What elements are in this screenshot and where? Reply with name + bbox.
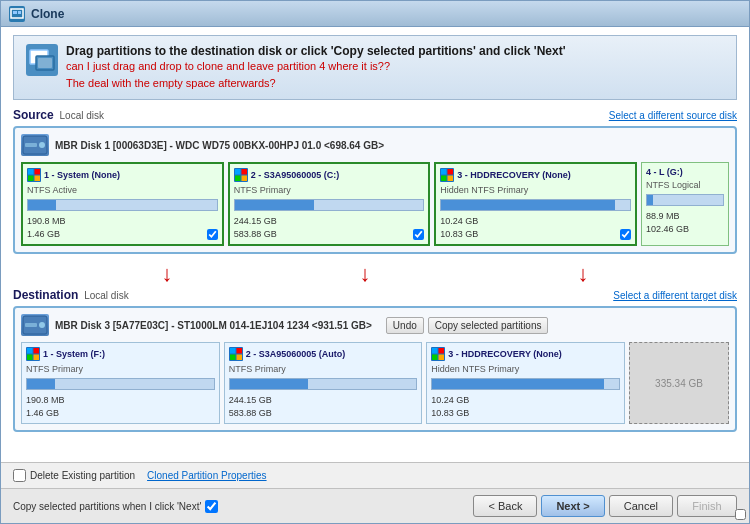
delete-partition-label[interactable]: Delete Existing partition (13, 469, 135, 482)
p1-checkbox[interactable] (207, 229, 218, 240)
svg-rect-16 (241, 176, 247, 182)
footer-note: Copy selected partitions when I click 'N… (13, 500, 218, 513)
comment-line2: The deal with the empty space afterwards… (66, 75, 566, 92)
source-partition-2[interactable]: 2 - S3A95060005 (C:) NTFS Primary 244.15… (228, 162, 431, 246)
next-button[interactable]: Next > (541, 495, 604, 517)
source-disk-icon (21, 134, 49, 156)
arrow-3: ↓ (578, 263, 589, 285)
p2-type: NTFS Primary (234, 185, 425, 195)
copy-note-checkbox[interactable] (205, 500, 218, 513)
svg-rect-23 (25, 323, 37, 327)
select-dest-link[interactable]: Select a different target disk (613, 290, 737, 301)
d2-bar (230, 379, 308, 389)
bottom-toolbar: Delete Existing partition Cloned Partiti… (1, 462, 749, 488)
p3-name: 3 - HDDRECOVERY (None) (457, 170, 571, 180)
p4-header: 4 - L (G:) (646, 167, 724, 177)
p4-bar (647, 195, 653, 205)
finish-button[interactable]: Finish (677, 495, 737, 517)
header-section: Drag partitions to the destination disk … (13, 35, 737, 100)
d3-os-icon (431, 347, 445, 361)
copy-selected-button[interactable]: Copy selected partitions (428, 317, 549, 334)
source-header: Source Local disk Select a different sou… (13, 108, 737, 122)
p2-bar-container (234, 199, 425, 211)
p2-header: 2 - S3A95060005 (C:) (234, 168, 425, 182)
arrows-row: ↓ ↓ ↓ (13, 260, 737, 288)
source-partition-3[interactable]: 3 - HDDRECOVERY (None) Hidden NTFS Prima… (434, 162, 637, 246)
p3-size: 10.24 GB 10.83 GB (440, 215, 631, 240)
d3-type: Hidden NTFS Primary (431, 364, 620, 374)
arrow-2: ↓ (360, 263, 371, 285)
d2-type: NTFS Primary (229, 364, 418, 374)
dest-header: Destination Local disk Select a differen… (13, 288, 737, 302)
svg-rect-24 (27, 348, 33, 354)
d3-name: 3 - HDDRECOVERY (None) (448, 349, 562, 359)
dest-partition-2[interactable]: 2 - S3A95060005 (Auto) NTFS Primary 244.… (224, 342, 423, 424)
svg-rect-11 (28, 176, 34, 182)
p2-name: 2 - S3A95060005 (C:) (251, 170, 340, 180)
svg-rect-9 (28, 169, 34, 175)
svg-rect-35 (439, 355, 445, 361)
select-source-link[interactable]: Select a different source disk (609, 110, 737, 121)
window-icon (9, 6, 25, 22)
svg-rect-19 (441, 176, 447, 182)
p3-bar (441, 200, 615, 210)
d1-type: NTFS Primary (26, 364, 215, 374)
copy-note-text: Copy selected partitions when I click 'N… (13, 501, 201, 512)
dest-subtitle: Local disk (81, 290, 128, 301)
p2-size: 244.15 GB 583.88 GB (234, 215, 425, 240)
p1-bar-container (27, 199, 218, 211)
svg-rect-15 (235, 176, 241, 182)
back-button[interactable]: < Back (473, 495, 537, 517)
dest-partition-1[interactable]: 1 - System (F:) NTFS Primary 190.8 MB 1.… (21, 342, 220, 424)
svg-rect-20 (448, 176, 454, 182)
svg-rect-25 (34, 348, 40, 354)
delete-partition-checkbox[interactable] (13, 469, 26, 482)
p1-type: NTFS Active (27, 185, 218, 195)
dest-title: Destination (13, 288, 78, 302)
svg-rect-30 (230, 355, 236, 361)
d1-bar-container (26, 378, 215, 390)
dest-toolbar-buttons: Undo Copy selected partitions (386, 317, 549, 334)
d3-bar (432, 379, 604, 389)
user-comment: can I just drag and drop to clone and le… (66, 58, 566, 91)
d2-size: 244.15 GB 583.88 GB (229, 394, 418, 419)
p2-checkbox[interactable] (413, 229, 424, 240)
source-partition-4[interactable]: 4 - L (G:) NTFS Logical 88.9 MB 102.46 G… (641, 162, 729, 246)
dest-disk-top: MBR Disk 3 [5A77E03C] - ST1000LM 014-1EJ… (21, 314, 729, 336)
p4-bar-container (646, 194, 724, 206)
svg-point-7 (39, 142, 45, 148)
source-partition-1[interactable]: 1 - System (None) NTFS Active 190.8 MB 1… (21, 162, 224, 246)
p3-type: Hidden NTFS Primary (440, 185, 631, 195)
p3-os-icon (440, 168, 454, 182)
p2-bar (235, 200, 314, 210)
source-title: Source (13, 108, 54, 122)
svg-point-22 (39, 322, 45, 328)
source-section: Source Local disk Select a different sou… (13, 108, 737, 254)
p4-size: 88.9 MB 102.46 GB (646, 210, 724, 235)
title-bar: Clone (1, 1, 749, 27)
svg-rect-10 (35, 169, 41, 175)
d2-header: 2 - S3A95060005 (Auto) (229, 347, 418, 361)
svg-rect-26 (27, 355, 33, 361)
d3-header: 3 - HDDRECOVERY (None) (431, 347, 620, 361)
p3-checkbox[interactable] (620, 229, 631, 240)
undo-button[interactable]: Undo (386, 317, 424, 334)
svg-rect-2 (18, 11, 21, 14)
d2-os-icon (229, 347, 243, 361)
dest-disk-icon (21, 314, 49, 336)
comment-line1: can I just drag and drop to clone and le… (66, 58, 566, 75)
p4-type: NTFS Logical (646, 180, 724, 190)
p1-header: 1 - System (None) (27, 168, 218, 182)
p1-name: 1 - System (None) (44, 170, 120, 180)
source-subtitle: Local disk (57, 110, 104, 121)
source-disk-header: MBR Disk 1 [00063D3E] - WDC WD75 00BKX-0… (21, 134, 729, 156)
clone-window: Clone Drag partitions to the destination… (0, 0, 750, 524)
d3-bar-container (431, 378, 620, 390)
d1-size: 190.8 MB 1.46 GB (26, 394, 215, 419)
dest-partition-3[interactable]: 3 - HDDRECOVERY (None) Hidden NTFS Prima… (426, 342, 625, 424)
cloned-partition-link[interactable]: Cloned Partition Properties (147, 470, 267, 481)
p1-os-icon (27, 168, 41, 182)
svg-rect-31 (236, 355, 242, 361)
svg-rect-27 (34, 355, 40, 361)
cancel-button[interactable]: Cancel (609, 495, 673, 517)
